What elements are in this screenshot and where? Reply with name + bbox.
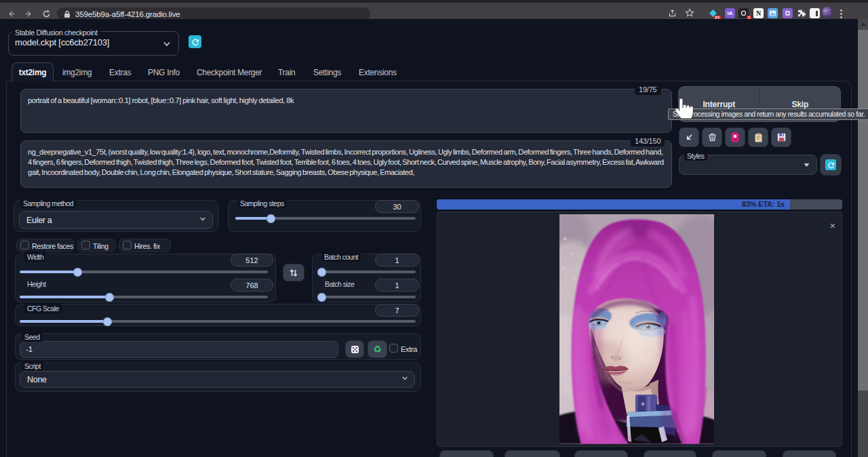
tab-txt2img[interactable]: txt2img xyxy=(12,62,54,81)
gallery-action-button-6[interactable] xyxy=(783,450,836,457)
arrow-down-left-icon xyxy=(685,133,694,142)
dice-icon xyxy=(351,345,359,354)
extra-seed-label: Extra xyxy=(401,345,417,353)
tab-extensions[interactable]: Extensions xyxy=(359,68,397,77)
trash-icon xyxy=(708,133,717,142)
reload-arrow-icon xyxy=(42,9,51,18)
sampling-steps-input[interactable]: 30 xyxy=(375,200,419,213)
tiling-label: Tiling xyxy=(93,242,108,250)
sampling-steps-label: Sampling steps xyxy=(237,197,287,208)
negative-prompt-textarea[interactable]: ng_deepnegative_v1_75t, (worst quality, … xyxy=(20,140,672,188)
close-gallery-icon[interactable]: × xyxy=(826,218,840,232)
tab-checkpoint-merger[interactable]: Checkpoint Merger xyxy=(197,68,262,77)
styles-label: Styles xyxy=(684,150,707,161)
cfg-scale-block xyxy=(15,304,421,326)
profile-avatar[interactable] xyxy=(822,7,833,18)
sampling-method-dropdown[interactable]: Euler a xyxy=(19,211,213,229)
batch-size-input[interactable]: 1 xyxy=(375,279,419,292)
batch-count-slider[interactable] xyxy=(317,271,416,273)
script-dropdown[interactable]: None xyxy=(20,371,415,388)
gallery-action-button-2[interactable] xyxy=(505,450,560,457)
reload-icon[interactable] xyxy=(39,7,53,20)
seed-input[interactable]: -1 xyxy=(20,341,338,358)
extra-networks-button[interactable] xyxy=(725,127,745,147)
batch-size-label: Batch size xyxy=(325,280,354,288)
extension-notion-icon[interactable]: N xyxy=(753,8,764,18)
cfg-scale-slider[interactable] xyxy=(20,320,416,323)
up-arrow-icon xyxy=(861,22,866,26)
url-text: 359e5b9a-a5ff-4216.gradio.live xyxy=(75,10,180,18)
slider-thumb[interactable] xyxy=(105,293,114,302)
save-style-button[interactable] xyxy=(771,127,791,147)
batch-size-slider[interactable] xyxy=(317,296,416,298)
gallery-action-button-4[interactable] xyxy=(644,450,696,457)
restore-faces-checkbox[interactable] xyxy=(20,241,29,250)
swap-dimensions-button[interactable] xyxy=(283,264,304,281)
gallery-action-button-5[interactable] xyxy=(712,450,766,457)
extension-diamond-icon[interactable]: 21 xyxy=(708,8,718,18)
scrollbar-thumb[interactable] xyxy=(858,30,868,391)
paste-generation-params-button[interactable] xyxy=(679,127,699,147)
extension-ia-icon[interactable]: IA xyxy=(725,8,735,18)
sidebar-panel-icon[interactable] xyxy=(810,8,820,18)
extensions-puzzle-icon[interactable] xyxy=(795,7,807,19)
scrollbar-up-arrow[interactable] xyxy=(858,19,868,29)
refresh-icon xyxy=(191,38,199,46)
apply-style-button[interactable] xyxy=(748,127,768,147)
checkpoint-refresh-button[interactable] xyxy=(189,35,201,48)
chevron-down-icon xyxy=(163,41,170,47)
slider-thumb[interactable] xyxy=(267,214,275,223)
gallery-action-button-1[interactable] xyxy=(439,450,494,457)
browser-toolbar: 359e5b9a-a5ff-4216.gradio.live 21 IA 1 N xyxy=(0,3,868,19)
back-arrow-icon xyxy=(7,9,16,18)
swap-arrows-icon xyxy=(290,269,298,277)
browser-menu-kebab-icon[interactable] xyxy=(835,7,846,20)
width-input[interactable]: 512 xyxy=(231,254,273,266)
hires-fix-checkbox[interactable] xyxy=(123,241,132,250)
styles-refresh-button[interactable] xyxy=(820,154,842,176)
slider-thumb[interactable] xyxy=(73,268,82,277)
floppy-disk-icon xyxy=(777,133,786,142)
cfg-scale-input[interactable]: 7 xyxy=(375,304,419,317)
screen: 359e5b9a-a5ff-4216.gradio.live 21 IA 1 N xyxy=(0,0,868,457)
recycle-icon: ♻ xyxy=(373,344,382,354)
chevron-down-icon xyxy=(402,376,408,381)
tab-train[interactable]: Train xyxy=(278,68,295,77)
seed-label: Seed xyxy=(22,331,43,342)
chevron-down-icon xyxy=(804,163,810,167)
tab-settings[interactable]: Settings xyxy=(313,68,341,77)
refresh-icon xyxy=(827,161,835,169)
generated-image[interactable] xyxy=(559,214,714,444)
slider-thumb[interactable] xyxy=(103,317,112,326)
slider-thumb[interactable] xyxy=(317,293,326,302)
clipboard-icon xyxy=(754,133,763,142)
forward-icon[interactable] xyxy=(22,7,35,20)
share-icon[interactable] xyxy=(666,7,678,19)
sampling-steps-slider[interactable] xyxy=(235,217,416,220)
slider-fill xyxy=(235,217,271,220)
negative-token-counter: 143/150 xyxy=(631,136,665,146)
extension-office-icon[interactable] xyxy=(783,8,793,18)
tab-extras[interactable]: Extras xyxy=(109,68,131,77)
extension-image-icon[interactable] xyxy=(768,8,778,18)
extension-dark-icon[interactable]: 1 xyxy=(738,8,749,18)
tab-png-info[interactable]: PNG Info xyxy=(148,68,180,77)
tab-img2img[interactable]: img2img xyxy=(62,68,92,77)
tab-label: txt2img xyxy=(19,68,47,77)
gallery-action-button-3[interactable] xyxy=(574,450,628,457)
progress-text: 83% ETA: 1s xyxy=(437,199,785,210)
clear-prompt-button[interactable] xyxy=(702,127,722,147)
tiling-checkbox[interactable] xyxy=(81,241,90,250)
reuse-seed-button[interactable]: ♻ xyxy=(368,340,387,358)
back-icon[interactable] xyxy=(4,7,18,20)
bookmark-star-icon[interactable] xyxy=(684,7,696,19)
prompt-textarea[interactable]: portrait of a beautiful [woman::0.1] rob… xyxy=(20,89,672,133)
height-input[interactable]: 768 xyxy=(231,279,273,292)
width-slider[interactable] xyxy=(20,271,268,273)
random-seed-button[interactable] xyxy=(345,340,364,358)
slider-thumb[interactable] xyxy=(317,268,326,277)
batch-count-input[interactable]: 1 xyxy=(375,254,419,266)
height-slider[interactable] xyxy=(20,296,268,298)
extra-seed-checkbox[interactable] xyxy=(389,344,398,353)
mouse-cursor xyxy=(675,98,693,121)
